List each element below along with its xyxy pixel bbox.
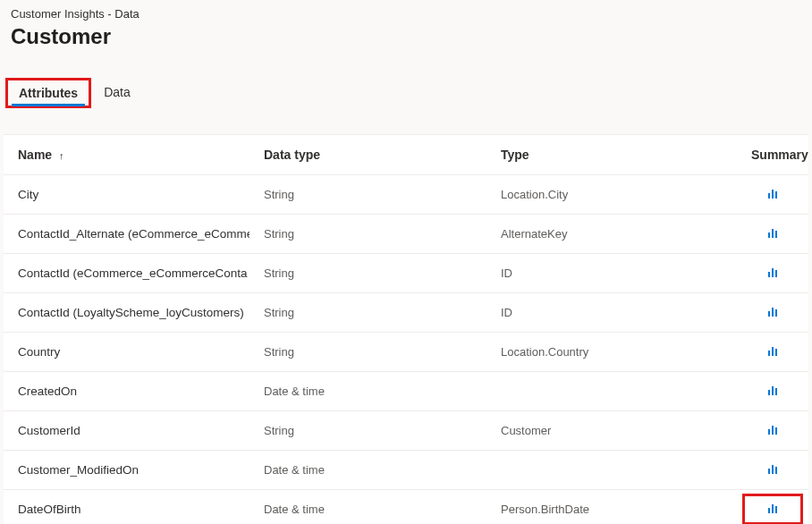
page-title: Customer xyxy=(11,24,801,49)
column-header-type[interactable]: Type xyxy=(486,135,737,175)
table-row: CountryStringLocation.Country xyxy=(4,333,808,372)
name-cell: ContactId_Alternate (eCommerce_eComme xyxy=(4,215,250,254)
data-type-cell: Date & time xyxy=(250,372,486,411)
summary-cell xyxy=(737,333,808,372)
bar-chart-icon[interactable] xyxy=(768,345,778,356)
name-cell: Country xyxy=(4,333,250,372)
tab-attributes-highlight: Attributes xyxy=(5,78,91,108)
data-type-cell: String xyxy=(250,254,486,293)
column-header-data-type[interactable]: Data type xyxy=(250,135,486,175)
name-cell: ContactId (LoyaltyScheme_loyCustomers) xyxy=(4,293,250,333)
column-header-summary[interactable]: Summary xyxy=(737,135,808,175)
name-cell: CustomerId xyxy=(4,411,250,451)
table-row: ContactId_Alternate (eCommerce_eCommeStr… xyxy=(4,215,808,254)
column-header-name[interactable]: Name ↑ xyxy=(4,135,250,175)
summary-cell xyxy=(737,490,808,525)
table-row: DateOfBirthDate & timePerson.BirthDate xyxy=(4,490,808,525)
summary-cell xyxy=(737,215,808,254)
table-row: CustomerIdStringCustomer xyxy=(4,411,808,451)
tab-attributes[interactable]: Attributes xyxy=(8,80,89,106)
bar-chart-icon[interactable] xyxy=(768,188,778,199)
bar-chart-icon[interactable] xyxy=(768,306,778,317)
type-cell: Customer xyxy=(486,411,737,451)
type-cell: Person.BirthDate xyxy=(486,490,737,525)
attributes-table-wrap: Name ↑ Data type Type Summary CityString… xyxy=(4,134,808,524)
tabs: Attributes Data xyxy=(5,78,807,109)
summary-cell xyxy=(737,293,808,333)
summary-cell xyxy=(737,451,808,490)
bar-chart-icon[interactable] xyxy=(768,266,778,277)
summary-cell xyxy=(737,411,808,451)
data-type-cell: String xyxy=(250,215,486,254)
summary-cell xyxy=(737,254,808,293)
name-cell: DateOfBirth xyxy=(4,490,250,525)
bar-chart-icon[interactable] xyxy=(768,463,778,474)
bar-chart-icon[interactable] xyxy=(768,385,778,395)
type-cell: Location.City xyxy=(486,175,737,215)
type-cell xyxy=(486,451,737,490)
type-cell: Location.Country xyxy=(486,333,737,372)
breadcrumb: Customer Insights - Data xyxy=(11,7,801,21)
type-cell: ID xyxy=(486,293,737,333)
data-type-cell: Date & time xyxy=(250,451,486,490)
bar-chart-icon[interactable] xyxy=(768,424,778,435)
summary-cell xyxy=(737,175,808,215)
sort-asc-icon: ↑ xyxy=(59,150,64,161)
data-type-cell: String xyxy=(250,411,486,451)
table-row: ContactId (eCommerce_eCommerceContaStrin… xyxy=(4,254,808,293)
data-type-cell: String xyxy=(250,293,486,333)
name-cell: Customer_ModifiedOn xyxy=(4,451,250,490)
tab-data[interactable]: Data xyxy=(91,78,143,108)
table-row: CreatedOnDate & time xyxy=(4,372,808,411)
name-cell: CreatedOn xyxy=(4,372,250,411)
data-type-cell: String xyxy=(250,333,486,372)
column-header-name-label: Name xyxy=(18,148,52,162)
bar-chart-icon[interactable] xyxy=(768,227,778,238)
summary-cell xyxy=(737,372,808,411)
name-cell: City xyxy=(4,175,250,215)
type-cell xyxy=(486,372,737,411)
type-cell: ID xyxy=(486,254,737,293)
table-row: ContactId (LoyaltyScheme_loyCustomers)St… xyxy=(4,293,808,333)
table-row: Customer_ModifiedOnDate & time xyxy=(4,451,808,490)
data-type-cell: Date & time xyxy=(250,490,486,525)
attributes-table: Name ↑ Data type Type Summary CityString… xyxy=(4,135,808,524)
type-cell: AlternateKey xyxy=(486,215,737,254)
data-type-cell: String xyxy=(250,175,486,215)
name-cell: ContactId (eCommerce_eCommerceConta xyxy=(4,254,250,293)
table-row: CityStringLocation.City xyxy=(4,175,808,215)
bar-chart-icon[interactable] xyxy=(768,503,778,513)
